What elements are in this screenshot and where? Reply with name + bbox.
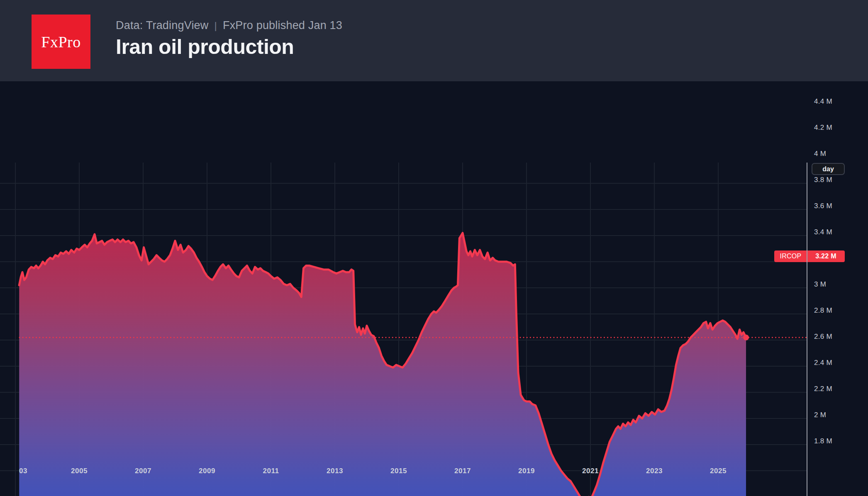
x-axis-label: 2007 [135,467,151,475]
header: FxPro Data: TradingView|FxPro published … [0,0,868,81]
y-axis-label: 2 M [814,411,826,419]
y-axis-label: 2.2 M [814,385,832,393]
y-axis-label: 2.6 M [814,333,832,341]
last-value-dot [743,335,749,340]
price-chart-svg [0,81,868,496]
published-label: FxPro published Jan 13 [223,19,342,32]
x-axis-label: 2025 [710,467,727,475]
y-axis-label: 4 M [814,150,826,158]
separator: | [209,20,223,31]
interval-badge[interactable]: day [812,163,845,175]
header-text-block: Data: TradingView|FxPro published Jan 13… [116,19,342,58]
y-axis-label: 1.8 M [814,437,832,445]
x-axis-label: 2005 [71,467,88,475]
chart-canvas[interactable]: 4.4 M4.2 M4 M3.8 M3.6 M3.4 M3 M2.8 M2.6 … [0,81,868,496]
x-axis-label: 2019 [518,467,535,475]
y-axis-label: 3 M [814,280,826,289]
app-root: FxPro Data: TradingView|FxPro published … [0,0,868,496]
y-axis-label: 4.4 M [814,97,832,106]
data-source-label: Data: TradingView [116,19,209,32]
y-axis-label: 4.2 M [814,124,832,132]
fxpro-logo: FxPro [32,15,90,69]
x-axis-label: 2017 [454,467,471,475]
y-axis-label: 2.8 M [814,306,832,315]
x-axis-label: 2015 [390,467,407,475]
x-axis-label: 2011 [263,467,279,475]
x-axis-label: 03 [19,467,27,475]
interval-badge-label: day [822,165,834,173]
fxpro-logo-text: FxPro [41,33,80,51]
x-axis-label: 2009 [199,467,215,475]
price-label-badge: IRCOP 3.22 M [774,250,845,262]
data-source-line: Data: TradingView|FxPro published Jan 13 [116,19,342,32]
ticker-label: IRCOP [774,253,807,260]
x-axis-label: 2013 [327,467,343,475]
x-axis-label: 2023 [646,467,663,475]
current-price-value: 3.22 M [807,253,845,260]
y-axis-label: 3.4 M [814,228,832,236]
area-fill [19,233,746,496]
page-title: Iran oil production [116,36,342,58]
x-axis-label: 2021 [582,467,599,475]
y-axis-label: 2.4 M [814,359,832,367]
y-axis-label: 3.6 M [814,202,832,210]
y-axis-label: 3.8 M [814,176,832,184]
